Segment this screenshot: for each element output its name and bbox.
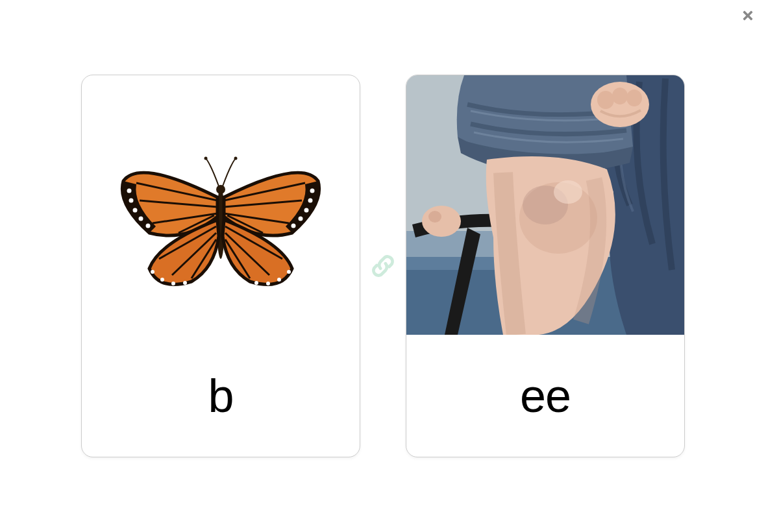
svg-point-3: [234, 156, 238, 160]
svg-point-9: [310, 188, 315, 193]
flashcard-right[interactable]: ee: [406, 75, 685, 457]
close-button[interactable]: [739, 8, 757, 26]
knee-photo-icon: [406, 75, 684, 335]
card-label-left: b: [82, 335, 360, 457]
svg-point-1: [216, 185, 225, 194]
svg-point-6: [133, 208, 138, 212]
svg-point-16: [171, 282, 175, 285]
close-icon: [741, 8, 755, 25]
svg-point-11: [304, 208, 309, 212]
svg-point-17: [183, 281, 187, 285]
svg-point-13: [291, 223, 296, 228]
svg-point-12: [299, 216, 303, 221]
card-image-butterfly: [82, 75, 360, 335]
svg-point-30: [612, 88, 628, 104]
svg-point-5: [129, 198, 134, 202]
svg-point-15: [160, 278, 164, 282]
svg-point-21: [254, 281, 258, 285]
card-image-knee: [406, 75, 684, 335]
card-label-right: ee: [406, 335, 684, 457]
svg-point-19: [277, 278, 281, 282]
svg-point-2: [204, 156, 208, 160]
svg-point-18: [287, 270, 291, 274]
svg-point-10: [308, 198, 313, 202]
svg-point-20: [266, 282, 270, 285]
svg-point-4: [127, 188, 132, 193]
svg-point-33: [428, 211, 441, 223]
link-icon: [368, 251, 398, 281]
flashcard-left[interactable]: b: [81, 75, 360, 457]
svg-point-31: [626, 90, 642, 106]
svg-point-7: [139, 216, 143, 221]
butterfly-icon: [114, 145, 328, 295]
svg-point-8: [146, 223, 151, 228]
svg-point-27: [554, 180, 582, 204]
svg-point-32: [422, 206, 461, 237]
svg-point-14: [151, 270, 154, 274]
svg-point-29: [597, 91, 614, 109]
